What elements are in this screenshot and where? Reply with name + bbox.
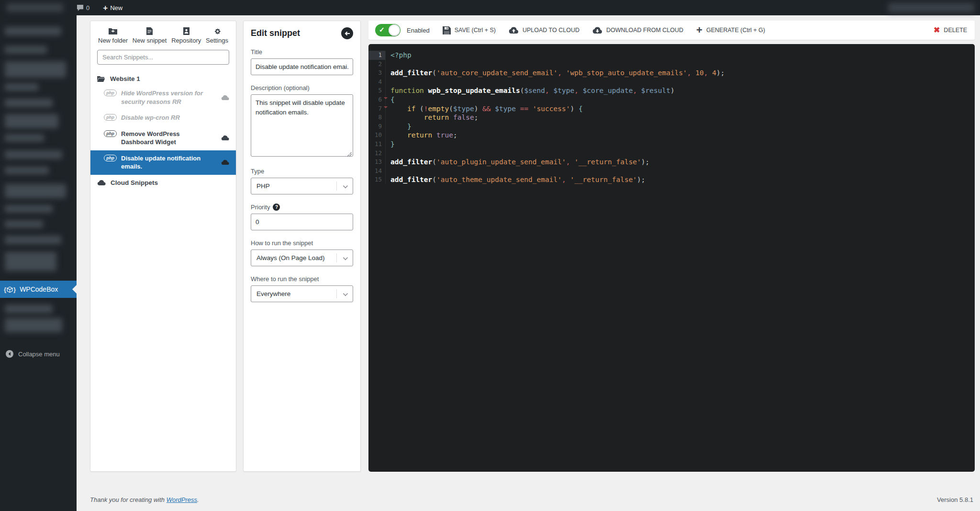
fold-arrow-icon[interactable]: [384, 97, 388, 101]
delete-x-icon: ✖: [934, 26, 940, 34]
snippet-item[interactable]: phpDisable update notification emails.: [90, 150, 236, 175]
new-snippet-button[interactable]: New snippet: [133, 27, 167, 44]
code-line[interactable]: 1<?php: [368, 51, 975, 60]
save-button[interactable]: SAVE (Ctrl + S): [443, 26, 496, 34]
php-badge: php: [104, 155, 117, 161]
line-number: 11: [368, 140, 386, 149]
code-line[interactable]: 2: [368, 60, 975, 69]
wpcodebox-app: 0 + New {} WPCodeBox Collapse menu New f…: [0, 0, 980, 511]
line-number: 5: [368, 86, 386, 95]
upload-to-cloud-button[interactable]: UPLOAD TO CLOUD: [509, 27, 579, 34]
code-text: [386, 78, 395, 87]
code-line[interactable]: 8 return false;: [368, 113, 975, 122]
snippet-item[interactable]: phpRemove WordPress Dashboard Widget: [90, 126, 236, 150]
type-select[interactable]: PHP: [251, 178, 353, 194]
delete-button[interactable]: ✖ DELETE: [934, 26, 967, 34]
wordpress-link[interactable]: WordPress: [167, 496, 197, 503]
code-line[interactable]: 11}: [368, 140, 975, 149]
code-editor[interactable]: 1<?php2 3add_filter('auto_core_update_se…: [368, 44, 975, 472]
repository-icon: [183, 27, 189, 35]
delete-label: DELETE: [944, 27, 967, 34]
sidebar-menu-item-redacted[interactable]: [5, 150, 62, 159]
help-icon[interactable]: ?: [273, 204, 280, 211]
collapse-menu-button[interactable]: Collapse menu: [0, 347, 77, 361]
repository-button[interactable]: Repository: [171, 27, 201, 44]
plus-icon: +: [103, 4, 108, 12]
cloud-sync-icon: [221, 159, 229, 165]
code-text: [386, 60, 395, 69]
code-text: return true;: [386, 131, 457, 140]
snippet-tree: Website 1 phpHide WordPress version for …: [90, 72, 236, 191]
sidebar-menu-item-redacted[interactable]: [5, 167, 49, 174]
snippet-title: Disable update notification emails.: [121, 154, 212, 171]
sidebar-menu-item-redacted[interactable]: [5, 134, 44, 142]
code-line[interactable]: 4: [368, 78, 975, 87]
code-text: add_filter('auto_core_update_send_email'…: [386, 68, 724, 78]
toggle-knob: [389, 24, 400, 36]
new-folder-label: New folder: [98, 37, 128, 44]
code-text: if (!empty($type) && $type == 'success')…: [386, 104, 583, 114]
sidebar-menu-item-redacted[interactable]: [5, 252, 56, 271]
admin-bar-new-button[interactable]: + New: [103, 4, 122, 12]
download-from-cloud-button[interactable]: DOWNLOAD FROM CLOUD: [592, 27, 683, 34]
sidebar-menu-item-redacted[interactable]: [5, 99, 53, 107]
how-to-run-label: How to run the snippet: [251, 239, 313, 247]
type-select-value: PHP: [256, 182, 270, 190]
admin-bar-user-redacted[interactable]: [888, 3, 974, 12]
code-line[interactable]: 3add_filter('auto_core_update_send_email…: [368, 68, 975, 78]
how-to-run-select[interactable]: Always (On Page Load): [251, 250, 353, 266]
select-divider: [336, 182, 337, 191]
code-line[interactable]: 9 }: [368, 122, 975, 131]
search-snippets-input[interactable]: [97, 50, 229, 65]
sidebar-item-wpcodebox[interactable]: {} WPCodeBox: [0, 281, 77, 298]
type-field-label: Type: [251, 168, 264, 175]
code-line[interactable]: 5function wpb_stop_update_emails($send, …: [368, 86, 975, 95]
code-line[interactable]: 12: [368, 149, 975, 158]
sidebar-menu-item-redacted[interactable]: [5, 184, 66, 198]
folder-website-1[interactable]: Website 1: [90, 72, 236, 85]
code-line[interactable]: 7 if (!empty($type) && $type == 'success…: [368, 104, 975, 114]
sidebar-menu-item-redacted[interactable]: [5, 236, 61, 244]
sidebar-menu-item-redacted[interactable]: [5, 61, 66, 78]
code-line[interactable]: 6{: [368, 95, 975, 104]
where-to-run-select[interactable]: Everywhere: [251, 285, 353, 302]
code-line[interactable]: 15add_filter('auto_theme_update_send_ema…: [368, 175, 975, 184]
sidebar-menu-item-redacted[interactable]: [5, 114, 58, 128]
snippet-item[interactable]: phpHide WordPress version for security r…: [90, 85, 236, 110]
sidebar-menu-item-redacted[interactable]: [5, 318, 62, 332]
priority-input[interactable]: [251, 214, 353, 230]
sidebar-menu-item-redacted[interactable]: [5, 46, 47, 54]
sidebar-menu-item-redacted[interactable]: [5, 205, 53, 213]
chevron-down-icon: [343, 291, 348, 296]
line-number: 1: [368, 51, 386, 60]
back-arrow-icon: [344, 30, 351, 37]
back-button[interactable]: [341, 27, 353, 39]
sidebar-menu-item-redacted[interactable]: [5, 83, 38, 91]
code-line[interactable]: 13add_filter('auto_plugin_update_send_em…: [368, 158, 975, 167]
code-text: return false;: [386, 113, 478, 122]
line-number: 8: [368, 113, 386, 122]
generate-button[interactable]: + GENERATE (Ctrl + G): [696, 26, 765, 34]
snippet-title-input[interactable]: [251, 58, 353, 75]
settings-label: Settings: [206, 37, 228, 44]
sidebar-menu-item-redacted[interactable]: [5, 305, 53, 313]
site-name-redacted[interactable]: [7, 3, 63, 12]
line-number: 15: [368, 175, 386, 184]
description-field-label: Description (optional): [251, 84, 310, 91]
snippet-description-textarea[interactable]: This snippet will disable update notific…: [251, 94, 353, 157]
code-line[interactable]: 10 return true;: [368, 131, 975, 140]
enabled-toggle[interactable]: ✓: [375, 24, 401, 36]
folder-cloud-snippets[interactable]: Cloud Snippets: [90, 175, 236, 191]
sidebar-menu-item-redacted[interactable]: [5, 27, 61, 35]
sidebar-menu-item-redacted[interactable]: [5, 220, 43, 228]
new-folder-button[interactable]: New folder: [98, 27, 128, 44]
cloud-folder-icon: [97, 180, 106, 186]
snippet-item[interactable]: phpDisable wp-cron RR: [90, 110, 236, 126]
footer-thanks-text: Thank you for creating with WordPress.: [90, 496, 199, 503]
admin-bar-comments[interactable]: 0: [77, 4, 89, 11]
settings-button[interactable]: Settings: [206, 27, 228, 44]
fold-arrow-icon[interactable]: [384, 106, 388, 110]
collapse-menu-label: Collapse menu: [18, 351, 60, 358]
upload-label: UPLOAD TO CLOUD: [523, 27, 579, 34]
code-line[interactable]: 14: [368, 167, 975, 176]
